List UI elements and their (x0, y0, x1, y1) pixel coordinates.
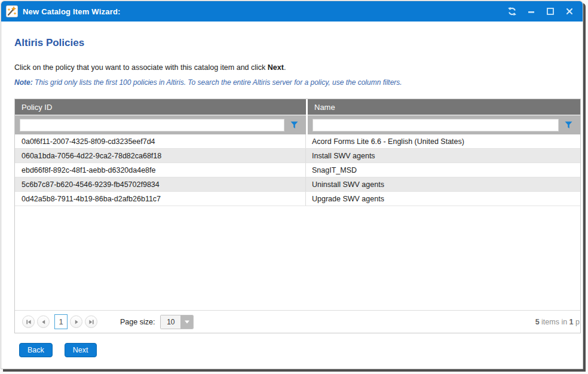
table-row[interactable]: 5c6b7c87-b620-4546-9239-fb45702f9834 Uni… (15, 177, 580, 192)
minimize-icon[interactable] (526, 7, 536, 17)
column-header-policy-id[interactable]: Policy ID (15, 99, 306, 115)
policy-id-filter-funnel-icon[interactable] (284, 121, 304, 129)
policies-grid: Policy ID Name (14, 99, 581, 333)
name-filter-cell (308, 115, 580, 134)
grid-filter-row (15, 115, 580, 134)
maximize-icon[interactable] (545, 7, 555, 17)
page-title: Altiris Policies (14, 37, 583, 49)
wizard-app-icon (6, 5, 18, 17)
last-page-button[interactable] (85, 315, 97, 328)
current-page-button[interactable]: 1 (54, 314, 68, 329)
previous-page-button[interactable] (37, 315, 50, 328)
policy-name-cell: SnagIT_MSD (307, 163, 580, 177)
wizard-window: New Catalog Item Wizard: (1, 1, 583, 369)
policy-id-filter-cell (15, 115, 306, 134)
note-text: Note: This grid only lists the first 100… (14, 78, 583, 87)
policy-id-cell: 0a0f6f11-2007-4325-8f09-cd3235eef7d4 (15, 134, 306, 148)
policy-name-cell: Install SWV agents (307, 149, 580, 163)
policy-name-cell: Uninstall SWV agents (307, 177, 580, 191)
first-page-button[interactable] (22, 315, 35, 328)
wizard-navigation: Back Next (19, 343, 583, 357)
policy-id-cell: ebd66f8f-892c-48f1-aebb-d6320da4e8fe (15, 163, 306, 177)
grid-body: 0a0f6f11-2007-4325-8f09-cd3235eef7d4 Aco… (15, 134, 580, 206)
grid-header-row: Policy ID Name (15, 99, 580, 115)
policy-id-cell: 5c6b7c87-b620-4546-9239-fb45702f9834 (15, 177, 306, 191)
column-header-name[interactable]: Name (308, 99, 580, 115)
grid-pager: 1 Page size: 10 (15, 310, 580, 333)
refresh-icon[interactable] (507, 7, 517, 17)
close-icon[interactable] (564, 7, 574, 17)
page-size-label: Page size: (120, 318, 155, 326)
name-filter-funnel-icon[interactable] (559, 121, 578, 129)
items-count-status: 5 items in 1 p (535, 318, 580, 326)
back-button[interactable]: Back (19, 343, 53, 357)
next-page-button[interactable] (70, 315, 82, 328)
window-title: New Catalog Item Wizard: (23, 7, 121, 16)
policy-id-cell: 0d42a5b8-7911-4b19-86ba-d2afb26b11c7 (15, 192, 306, 206)
policy-id-filter-input[interactable] (20, 119, 284, 131)
policy-name-cell: Acord Forms Lite 6.6 - English (United S… (307, 134, 580, 148)
name-filter-input[interactable] (313, 119, 559, 131)
page-size-value: 10 (161, 315, 180, 329)
page-size-dropdown[interactable]: 10 (160, 315, 194, 329)
grid-empty-area (15, 206, 580, 310)
titlebar[interactable]: New Catalog Item Wizard: (1, 1, 583, 22)
table-row[interactable]: ebd66f8f-892c-48f1-aebb-d6320da4e8fe Sna… (15, 163, 580, 177)
policy-name-cell: Upgrade SWV agents (307, 192, 580, 206)
table-row[interactable]: 0a0f6f11-2007-4325-8f09-cd3235eef7d4 Aco… (15, 134, 580, 149)
table-row[interactable]: 060a1bda-7056-4d22-9ca2-78d82ca68f18 Ins… (15, 149, 580, 163)
instruction-text: Click on the policy that you want to ass… (14, 63, 583, 72)
policy-id-cell: 060a1bda-7056-4d22-9ca2-78d82ca68f18 (15, 149, 306, 163)
page-size-dropdown-arrow-icon[interactable] (180, 315, 193, 329)
next-button[interactable]: Next (65, 343, 97, 357)
table-row[interactable]: 0d42a5b8-7911-4b19-86ba-d2afb26b11c7 Upg… (15, 192, 580, 206)
window-controls (507, 7, 574, 17)
